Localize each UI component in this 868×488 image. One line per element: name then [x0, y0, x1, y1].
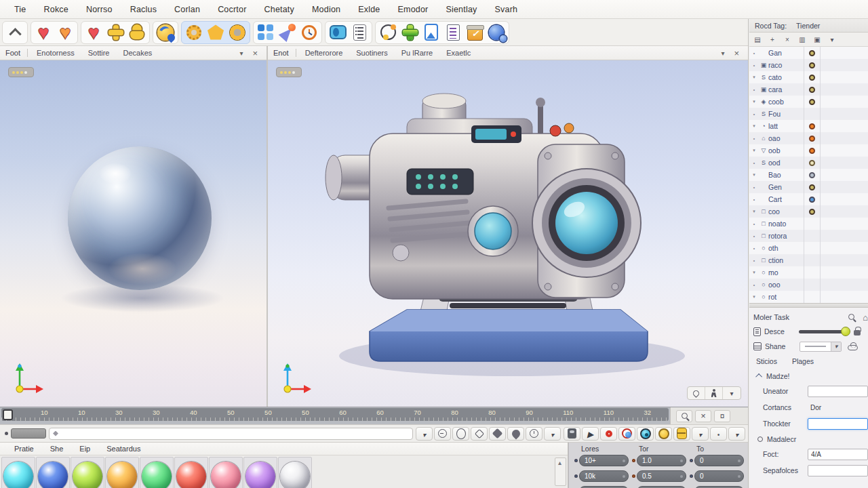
add-plus-icon[interactable]: [399, 22, 420, 43]
object-row[interactable]: • □ ction: [749, 254, 868, 266]
object-row[interactable]: ▾ ○ rot: [749, 291, 868, 303]
orbit-icon[interactable]: [377, 22, 399, 43]
clock-small-icon[interactable]: [526, 427, 542, 441]
expander-icon[interactable]: ▾: [749, 209, 759, 214]
expander-icon[interactable]: •: [749, 161, 759, 165]
object-label[interactable]: ood: [768, 159, 804, 167]
object-label[interactable]: Cart: [768, 195, 804, 203]
tiles-icon[interactable]: [255, 22, 277, 43]
viewport-title[interactable]: Foot: [5, 49, 28, 57]
expander-icon[interactable]: •: [749, 246, 759, 251]
record-blue-icon[interactable]: [618, 427, 635, 441]
visibility-dot[interactable]: [809, 197, 815, 203]
field-input[interactable]: [808, 402, 868, 413]
camera-device-object[interactable]: [268, 60, 748, 407]
expander-icon[interactable]: •: [749, 234, 759, 239]
viewport-menu-item[interactable]: Suotiners: [350, 49, 393, 57]
stack-icon[interactable]: ▥: [797, 36, 807, 43]
object-row[interactable]: • ⌂ oao: [749, 132, 868, 144]
expander-icon[interactable]: •: [749, 258, 759, 263]
coordinate-input[interactable]: 1.0: [637, 455, 686, 466]
delete-icon[interactable]: ×: [783, 36, 792, 43]
capsule-icon[interactable]: [327, 22, 349, 43]
shader-dropdown[interactable]: [800, 342, 842, 352]
menu-item[interactable]: Norrso: [77, 5, 121, 14]
object-manager-tab[interactable]: Tiender: [796, 22, 820, 30]
menu-item[interactable]: Tie: [5, 5, 35, 14]
object-label[interactable]: ction: [768, 256, 804, 264]
menu-item[interactable]: Emodor: [389, 5, 437, 14]
sphere-search-icon[interactable]: [486, 22, 507, 43]
object-manager-tab[interactable]: Rocd Tag:: [755, 22, 787, 30]
pentagon-icon[interactable]: [205, 22, 226, 43]
material-red[interactable]: [174, 457, 208, 488]
object-label[interactable]: Gan: [768, 49, 804, 57]
heart-red-2-icon[interactable]: [83, 22, 104, 43]
timeline-playhead[interactable]: [3, 409, 13, 420]
filter-icon[interactable]: ▣: [812, 36, 822, 43]
object-row[interactable]: ▾ S cato: [749, 71, 868, 83]
dropdown-caret-icon[interactable]: [831, 342, 841, 351]
teardrop-key-icon[interactable]: [507, 427, 524, 441]
object-label[interactable]: oth: [768, 244, 804, 252]
material-cyan[interactable]: [1, 457, 35, 488]
document-lines-icon[interactable]: [442, 22, 464, 43]
field-input[interactable]: [808, 418, 868, 430]
object-row[interactable]: • S ood: [749, 157, 868, 169]
object-row[interactable]: ▾ Bao: [749, 169, 868, 181]
material-menu-item[interactable]: She: [43, 445, 71, 453]
stack-yellow-icon[interactable]: [673, 427, 690, 441]
section-header-detail[interactable]: Madalecr: [753, 432, 868, 446]
keybox-icon[interactable]: [564, 427, 580, 441]
expander-icon[interactable]: ▾: [749, 99, 759, 104]
visibility-dot[interactable]: [809, 123, 815, 129]
undo-chevron-icon[interactable]: [4, 22, 26, 43]
rec-dropdown-icon[interactable]: [692, 427, 709, 441]
viewport-canvas-3d[interactable]: [268, 60, 748, 407]
object-label[interactable]: coob: [768, 98, 804, 106]
menu-item[interactable]: Corlan: [165, 5, 209, 14]
attribute-tab[interactable]: Sticios: [756, 357, 777, 365]
nav-dropdown-button[interactable]: [723, 387, 741, 399]
viewport-menu-item[interactable]: Exaetlc: [440, 49, 477, 57]
lock-icon[interactable]: [854, 330, 861, 336]
object-label[interactable]: oob: [768, 146, 804, 155]
expander-icon[interactable]: ▾: [749, 294, 759, 300]
visibility-dot[interactable]: [809, 62, 815, 68]
object-row[interactable]: ▾ □ coo: [749, 205, 868, 218]
checked-box-icon[interactable]: [464, 22, 486, 43]
expander-icon[interactable]: •: [749, 283, 759, 287]
viewport-title[interactable]: Enot: [273, 49, 296, 57]
timeline-zoom-button[interactable]: [676, 410, 692, 422]
object-label[interactable]: rotora: [768, 232, 804, 240]
object-row[interactable]: ▾ ◔ latt: [749, 120, 868, 132]
material-scroll-up[interactable]: [555, 458, 566, 486]
material-lime[interactable]: [71, 457, 104, 488]
bell-yellow-icon[interactable]: [126, 22, 148, 43]
expander-icon[interactable]: •: [749, 222, 759, 226]
object-label[interactable]: coo: [768, 207, 804, 216]
pen-icon[interactable]: [277, 22, 298, 43]
object-label[interactable]: latt: [768, 122, 804, 130]
material-blue[interactable]: [36, 457, 70, 488]
object-label[interactable]: raco: [768, 61, 804, 69]
coordinate-input[interactable]: 0.5: [637, 470, 686, 482]
object-label[interactable]: rot: [768, 293, 804, 301]
image-file-icon[interactable]: [420, 22, 442, 43]
record-yellow-icon[interactable]: [655, 427, 672, 441]
object-row[interactable]: • ○ ooo: [749, 279, 868, 291]
torus-icon[interactable]: [226, 22, 248, 43]
object-row[interactable]: • Gen: [749, 181, 868, 193]
object-label[interactable]: cara: [768, 85, 804, 94]
timeline-expand-button[interactable]: [714, 410, 730, 422]
expander-icon[interactable]: •: [749, 136, 759, 141]
field-input[interactable]: [808, 449, 868, 460]
expander-icon[interactable]: •: [749, 51, 759, 56]
panel-splitter[interactable]: [749, 303, 868, 308]
visibility-dot[interactable]: [809, 50, 815, 56]
expander-icon[interactable]: ▾: [749, 172, 759, 178]
viewport-menu-item[interactable]: Sottire: [82, 49, 116, 57]
ellipse-key-icon[interactable]: [452, 427, 469, 441]
section-header-model[interactable]: Madze!: [753, 369, 868, 383]
coordinate-input[interactable]: 0: [694, 455, 744, 466]
